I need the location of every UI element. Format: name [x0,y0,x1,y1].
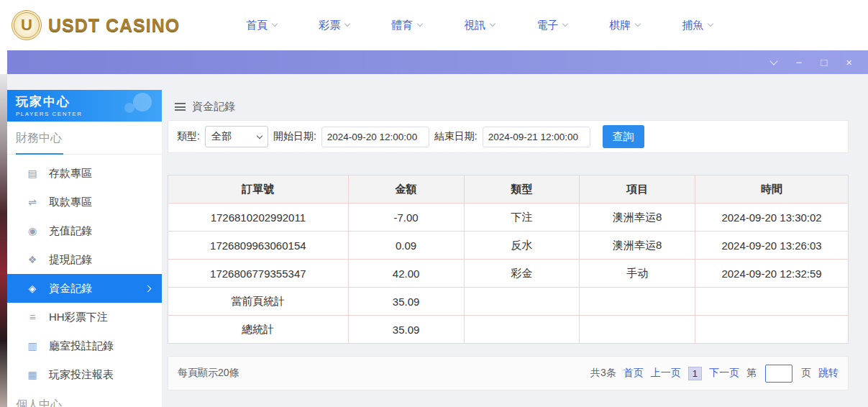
sidebar-item-room-bet-records[interactable]: ▥ 廳室投註記錄 [7,331,162,360]
list-icon: ≡ [27,311,38,323]
nav-label: 彩票 [319,19,340,32]
cell-amount: -7.00 [348,204,464,232]
breadcrumb: 資金記錄 [175,100,235,114]
cell-label: 總統計 [168,316,349,344]
logo-icon: U [12,10,42,40]
logo-text: USDT CASINO [48,15,180,36]
logo-initial: U [21,16,32,35]
sidebar-header: 玩家中心 PLAYERS CENTER [7,90,162,122]
start-date-input[interactable] [321,127,429,147]
sidebar-item-label: 充值記錄 [49,224,92,238]
sidebar-item-label: 玩家投注報表 [49,368,114,382]
sidebar-section-finance: 財務中心 [7,122,162,155]
sidebar-item-funds-records[interactable]: ◈ 資金記錄 [7,274,162,303]
current-page-button[interactable]: 1 [688,367,702,380]
nav-item-electronic[interactable]: 電子 [536,19,567,32]
chevron-down-icon [635,21,641,27]
logo[interactable]: U USDT CASINO [12,10,180,40]
chevron-down-icon [708,21,713,27]
sidebar-item-label: 存款專區 [49,167,92,180]
nav-item-home[interactable]: 首頁 [246,19,277,32]
cell-empty [464,288,580,316]
cell-amount: 35.09 [348,288,464,316]
cell-amount: 0.09 [348,232,464,260]
cell-type: 彩金 [464,260,580,288]
table-footer: 每頁顯示20條 共3条 首页 上一页 1 下一页 第 页 跳转 [168,356,849,390]
sidebar-item-label: 廳室投註記錄 [49,339,114,353]
sidebar-item-player-bet-report[interactable]: ▦ 玩家投注報表 [7,360,162,389]
nav-label: 捕魚 [682,19,703,32]
table-row: 1726810202992011 -7.00 下注 澳洲幸运8 2024-09-… [168,204,849,232]
nav-item-fishing[interactable]: 捕魚 [682,19,713,32]
sidebar-item-recharge-records[interactable]: ◉ 充值記錄 [7,216,162,245]
jump-button[interactable]: 跳转 [818,367,839,380]
deposit-icon: ▤ [27,168,38,179]
breadcrumb-label: 資金記錄 [192,100,235,114]
chevron-down-icon [344,21,350,27]
nav-item-video[interactable]: 視訊 [464,19,495,32]
close-icon[interactable]: × [846,57,852,68]
cell-amount: 42.00 [348,260,464,288]
sidebar-item-label: 取款專區 [49,196,92,209]
sidebar-item-withdrawal-records[interactable]: ❖ 提現記錄 [7,245,162,274]
withdrawal-record-icon: ❖ [27,254,38,265]
next-page-link[interactable]: 下一页 [709,367,739,380]
app-container: 玩家中心 PLAYERS CENTER 財務中心 ▤ 存款專區 ⇌ 取款專區 ◉… [7,74,868,407]
sidebar: 玩家中心 PLAYERS CENTER 財務中心 ▤ 存款專區 ⇌ 取款專區 ◉… [7,90,162,407]
main-content: 資金記錄 類型: 全部 開始日期: 結束日期: 查詢 訂單號 [168,74,849,407]
minimize-icon[interactable]: − [795,57,802,68]
type-select[interactable]: 全部 [205,126,268,147]
end-date-input[interactable] [483,127,590,147]
background-image-strip [0,74,7,407]
withdraw-icon: ⇌ [27,196,38,208]
cell-item: 澳洲幸运8 [580,204,695,232]
hamburger-icon[interactable] [175,103,186,111]
sidebar-item-label: 資金記錄 [49,282,92,296]
end-date-label: 結束日期: [434,130,478,143]
page-jump-input[interactable] [765,365,792,383]
cell-time: 2024-09-20 13:26:03 [695,232,849,260]
chevron-down-icon [490,21,495,27]
table-row-page-total: 當前頁統計 35.09 [168,288,849,316]
sidebar-item-deposit[interactable]: ▤ 存款專區 [7,159,162,188]
nav-label: 首頁 [246,19,268,32]
collapse-icon[interactable] [770,57,778,65]
type-label: 類型: [177,130,200,143]
nav-label: 體育 [391,19,413,32]
start-date-label: 開始日期: [273,130,316,143]
nav-item-chess[interactable]: 棋牌 [609,19,640,32]
query-button[interactable]: 查詢 [603,125,644,148]
cell-type: 下注 [464,204,580,232]
sidebar-item-label: 提現記錄 [49,253,92,267]
nav-item-lottery[interactable]: 彩票 [319,19,350,32]
pagination: 共3条 首页 上一页 1 下一页 第 页 跳转 [590,365,839,383]
col-header-time: 時間 [695,175,849,204]
records-icon: ▥ [27,340,38,352]
nav-label: 電子 [536,19,558,32]
prev-page-link[interactable]: 上一页 [651,367,681,380]
total-count: 共3条 [590,367,616,380]
cell-type: 反水 [464,232,580,260]
col-header-type: 類型 [464,175,580,204]
cell-time: 2024-09-20 12:32:59 [695,260,849,288]
first-page-link[interactable]: 首页 [623,367,644,380]
sidebar-menu: ▤ 存款專區 ⇌ 取款專區 ◉ 充值記錄 ❖ 提現記錄 ◈ 資金記錄 ≡ [7,159,162,389]
sidebar-item-hh-lottery-bets[interactable]: ≡ HH彩票下注 [7,303,162,331]
nav-label: 視訊 [464,19,485,32]
cell-order-no: 1726806779355347 [168,260,349,288]
table-row-grand-total: 總統計 35.09 [168,316,849,344]
decorative-circle [133,93,152,111]
funds-icon: ◈ [27,283,38,294]
top-header: U USDT CASINO 首頁 彩票 體育 視訊 電子 棋牌 捕魚 [0,0,868,50]
col-header-item: 項目 [580,175,695,204]
recharge-icon: ◉ [27,225,38,237]
report-icon: ▦ [27,369,38,380]
sidebar-item-withdraw[interactable]: ⇌ 取款專區 [7,188,162,216]
nav-item-sports[interactable]: 體育 [391,19,422,32]
sidebar-item-label: HH彩票下注 [49,311,108,324]
nav-label: 棋牌 [609,19,631,32]
maximize-icon[interactable]: □ [821,57,827,68]
cell-empty [695,316,849,344]
records-table: 訂單號 金額 類型 項目 時間 1726810202992011 -7.00 下… [168,175,849,344]
cell-empty [695,288,849,316]
